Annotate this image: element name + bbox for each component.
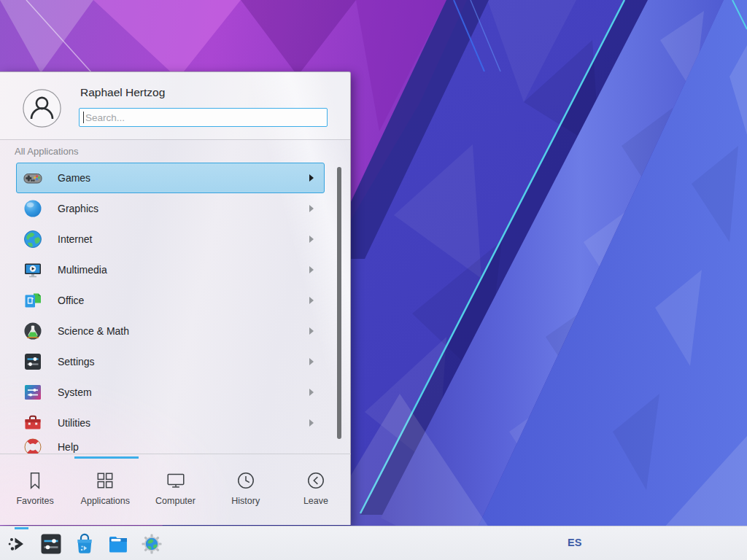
system-icon: [23, 382, 43, 402]
tab-label: History: [231, 496, 260, 506]
category-label: Utilities: [58, 417, 90, 429]
user-name: Raphael Hertzog: [80, 86, 165, 99]
category-internet[interactable]: Internet: [16, 224, 325, 254]
category-help[interactable]: Help: [16, 432, 325, 454]
web-browser-icon[interactable]: [140, 532, 163, 556]
chevron-right-icon: [309, 266, 314, 273]
category-label: Internet: [58, 233, 92, 245]
category-label: System: [58, 386, 92, 398]
leave-icon: [306, 470, 326, 491]
chevron-right-icon: [309, 297, 314, 304]
chevron-right-icon: [309, 236, 314, 243]
category-graphics[interactable]: Graphics: [16, 193, 325, 224]
category-label: Science & Math: [58, 325, 129, 337]
tab-label: Applications: [81, 496, 130, 506]
category-games[interactable]: Games: [16, 163, 325, 193]
file-manager-icon[interactable]: [107, 532, 130, 556]
tab-computer[interactable]: Computer: [140, 454, 210, 525]
tab-label: Leave: [303, 496, 328, 506]
chevron-right-icon: [309, 327, 314, 335]
tab-leave[interactable]: Leave: [281, 454, 351, 525]
user-avatar-icon[interactable]: [23, 89, 61, 128]
desktop: Raphael Hertzog All Applications Games: [0, 0, 747, 560]
science-icon: [23, 321, 43, 341]
category-label: Multimedia: [58, 264, 107, 276]
search-input[interactable]: [84, 109, 320, 126]
category-label: Games: [58, 172, 90, 184]
chevron-right-icon: [309, 389, 314, 396]
category-multimedia[interactable]: Multimedia: [16, 254, 325, 285]
tab-favorites[interactable]: Favorites: [0, 454, 70, 525]
help-icon: [23, 437, 43, 454]
graphics-icon: [23, 198, 43, 219]
category-office[interactable]: Office: [16, 285, 325, 316]
launcher-active-indicator: [15, 527, 28, 529]
category-label: Settings: [58, 356, 95, 368]
tab-history[interactable]: History: [211, 454, 281, 525]
launcher-header: Raphael Hertzog: [0, 72, 350, 140]
internet-icon: [23, 229, 43, 249]
multimedia-icon: [23, 260, 43, 280]
monitor-icon: [166, 470, 186, 491]
system-settings-icon[interactable]: [39, 532, 63, 556]
clock-icon: [236, 470, 256, 491]
utilities-icon: [23, 413, 43, 433]
settings-icon: [23, 351, 43, 372]
category-settings[interactable]: Settings: [16, 346, 325, 377]
games-icon: [23, 168, 43, 188]
bookmark-icon: [25, 470, 45, 491]
chevron-right-icon: [309, 205, 314, 212]
chevron-right-icon: [309, 358, 314, 365]
kde-launcher-icon[interactable]: [6, 532, 29, 556]
launcher-tabbar: Favorites Applications Computer: [0, 454, 351, 525]
chevron-right-icon: [309, 174, 314, 182]
section-label: All Applications: [15, 146, 78, 157]
discover-icon[interactable]: [73, 532, 96, 556]
tab-applications[interactable]: Applications: [70, 454, 140, 525]
chevron-right-icon: [309, 419, 314, 427]
app-grid-icon: [95, 470, 115, 491]
application-launcher-menu: Raphael Hertzog All Applications Games: [0, 71, 351, 525]
keyboard-layout-indicator[interactable]: ES: [568, 537, 581, 548]
app-category-list: Games Graphics: [0, 163, 351, 454]
category-label: Office: [58, 295, 84, 306]
category-label: Help: [58, 441, 79, 453]
scrollbar-thumb[interactable]: [337, 167, 341, 439]
search-field[interactable]: [79, 108, 328, 127]
category-label: Graphics: [58, 203, 98, 214]
office-icon: [23, 290, 43, 311]
tab-label: Computer: [155, 496, 196, 506]
category-system[interactable]: System: [16, 377, 325, 408]
tab-label: Favorites: [16, 496, 53, 506]
taskbar-panel: ES 7:03 PM 4/24/21: [0, 526, 747, 560]
category-science-math[interactable]: Science & Math: [16, 316, 325, 346]
